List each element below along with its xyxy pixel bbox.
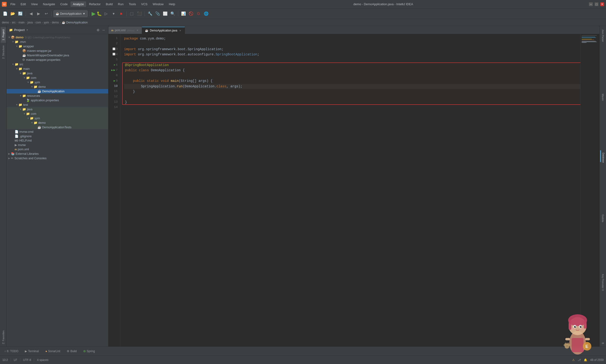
tree-item-demo-pkg[interactable]: ▼ 📁 demo [7,84,108,89]
tab-demo-close[interactable]: ✕ [179,29,182,32]
menu-run[interactable]: Run [116,1,126,7]
stop-button[interactable]: ■ [118,10,125,17]
menu-help[interactable]: Help [166,1,178,7]
tree-item-yym-test[interactable]: ▼ 📁 yym [7,116,108,120]
bottom-tab-terminal[interactable]: ▶ Terminal [23,349,41,354]
breadcrumb-com[interactable]: com [36,21,41,24]
run-with-coverage-button[interactable]: ▷ [103,10,109,17]
sidebar-tab-project[interactable]: 1: Project [1,27,6,43]
tree-item-src[interactable]: ▼ 📁 src [7,62,108,66]
project-dropdown-icon[interactable]: ▼ [26,29,28,31]
run-options-button[interactable]: ▾ [110,10,117,17]
coverage-button[interactable]: 📊 [180,10,187,17]
recent-files-button[interactable]: ↩ [43,10,50,17]
close-button[interactable]: ✕ [600,2,604,6]
tab-pom-close[interactable]: ✕ [136,29,139,32]
settings-button[interactable]: 🔧 [147,10,153,17]
toolbar-btn-8[interactable]: 📎 [154,10,161,17]
menu-tools[interactable]: Tools [126,1,138,7]
status-git[interactable]: ⎇ [578,358,581,362]
menu-view[interactable]: View [29,1,40,7]
tree-item-demo-test[interactable]: ▼ 📁 demo [7,120,108,125]
breadcrumb-demo[interactable]: demo [2,21,9,24]
profiler-button[interactable]: 🚫 [188,10,194,17]
open-button[interactable]: 📂 [10,10,16,17]
code-content[interactable]: package com.yym.demo; import org.springf… [120,34,580,347]
menu-file[interactable]: File [8,1,18,7]
right-tab-b[interactable]: B [600,340,605,347]
search-everywhere-button[interactable]: 🔍 [170,10,176,17]
tab-demo-application[interactable]: ☕ DemoApplication.java ✕ [142,27,185,34]
menu-build[interactable]: Build [104,1,115,7]
breadcrumb-yym[interactable]: yym [44,21,49,24]
forward-button[interactable]: ▶ [35,10,42,17]
tree-item-scratches[interactable]: ▶ ✏ Scratches and Consoles [7,156,108,160]
project-tree-scroll[interactable]: ▼ 📦 demo D:\[E] -Learning\Learning-Proje… [7,34,108,347]
status-warnings[interactable]: ⚠ [572,358,575,362]
tree-item-gitignore[interactable]: 📄 .gitignore [7,134,108,138]
right-tab-json-parser[interactable]: Json Parser [600,27,605,44]
project-settings-button[interactable]: ⚙ [96,28,101,32]
toolbar-btn-6[interactable]: ⬛ [136,10,143,17]
tree-item-ext-libs[interactable]: ▶ 📚 External Libraries [7,152,108,156]
tree-item-com-main[interactable]: ▼ 📁 com [7,76,108,80]
breadcrumb-src[interactable]: src [12,21,16,24]
tree-item-maven-props[interactable]: ⚙ maven-wrapper.properties [7,57,108,62]
tree-item-java-test[interactable]: ▼ 📁 java [7,107,108,111]
toolbar-btn-5[interactable]: ⬚ [129,10,135,17]
breadcrumb-class[interactable]: DemoApplication [66,21,88,24]
tree-item-wrapper[interactable]: ▼ 📁 wrapper [7,44,108,49]
status-position[interactable]: 10:2 [2,358,8,362]
minimize-button[interactable]: ─ [589,2,593,6]
run-config-dropdown[interactable]: ☕ DemoApplication ▼ [53,10,88,17]
new-file-button[interactable]: 📄 [2,10,9,17]
bottom-tab-spring[interactable]: ✿ Spring [81,349,97,354]
right-tab-maven[interactable]: Maven [600,91,605,103]
menu-analyze[interactable]: Analyze [71,1,86,7]
status-line-ending[interactable]: LF [14,358,17,362]
tree-item-demo-app-tests[interactable]: ☕ DemoApplicationTests [7,125,108,130]
git-button[interactable]: G [195,10,202,17]
tree-item-main[interactable]: ▼ 📁 main [7,66,108,71]
toolbar-btn-9[interactable]: ⬜ [162,10,169,17]
tree-item-pom[interactable]: m pom.xml [7,147,108,152]
breadcrumb-demopkg[interactable]: demo [52,21,59,24]
breadcrumb-java[interactable]: java [27,21,33,24]
tree-item-test[interactable]: ▼ 📁 test [7,103,108,107]
status-notifications[interactable]: 🔔 [584,358,587,362]
tree-item-maven-dl[interactable]: ☕ MavenWrapperDownloader.java [7,53,108,57]
tree-item-java-main[interactable]: ▼ 📁 java [7,71,108,76]
tree-item-mvnw-cmd[interactable]: 📄 mvnw.cmd [7,130,108,134]
tree-item-maven-jar[interactable]: 📦 maven-wrapper.jar [7,49,108,53]
bottom-tab-todo[interactable]: ≡ 6: TODO [2,349,21,354]
maximize-button[interactable]: □ [595,2,598,6]
tree-item-mvnw[interactable]: ▶ mvnw [7,143,108,147]
menu-navigate[interactable]: Navigate [40,1,57,7]
sidebar-tab-structure[interactable]: 2: Structure [1,43,6,61]
tree-item-resources[interactable]: ▼ 📁 resources [7,93,108,98]
menu-vcs[interactable]: VCS [139,1,150,7]
back-button[interactable]: ◀ [28,10,34,17]
sidebar-tab-favorites[interactable]: Z: Favorites [1,328,6,347]
tree-item-com-test[interactable]: ▼ 📁 com [7,111,108,116]
tree-item-mvn[interactable]: ▼ 📁 .mvn [7,39,108,44]
right-tab-godota[interactable]: Godota [600,212,605,225]
breadcrumb-main[interactable]: main [18,21,25,24]
project-minimize-button[interactable]: ─ [102,28,106,32]
menu-window[interactable]: Window [150,1,166,7]
menu-refactor[interactable]: Refactor [87,1,103,7]
bottom-tab-build[interactable]: ⚙ Build [64,349,79,354]
tree-item-demo-app[interactable]: ☕ DemoApplication [7,89,108,93]
status-position-counter[interactable]: 48 of 2559 [590,358,604,362]
right-tab-key-promoter[interactable]: Key Promoter X [600,272,605,293]
debug-button[interactable]: 🐛 [97,11,102,16]
status-encoding[interactable]: UTF-8 [23,358,31,362]
minimap[interactable] [580,34,599,347]
menu-edit[interactable]: Edit [18,1,28,7]
bottom-tab-sonar[interactable]: ● SonarLint [43,349,63,354]
run-button[interactable]: ▶ [92,11,96,17]
menu-code[interactable]: Code [58,1,70,7]
tree-item-app-props[interactable]: 🍃 application.properties [7,98,108,103]
status-indent[interactable]: 4 spaces [37,358,48,362]
sync-button[interactable]: 🔄 [17,10,24,17]
